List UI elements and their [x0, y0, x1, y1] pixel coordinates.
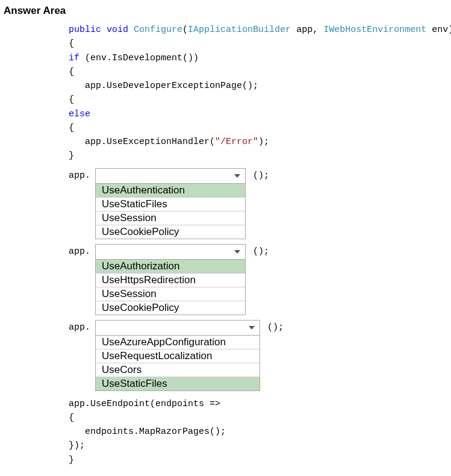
arg-app: app,	[291, 25, 318, 35]
row2-suffix: ();	[246, 244, 269, 257]
if-cond: (env.IsDevelopment())	[79, 53, 199, 63]
middleware-row-1: app. UseAuthentication UseStaticFiles Us…	[69, 168, 447, 239]
brace-open-5: {	[69, 413, 74, 423]
dropdown-1-option-usecookiepolicy[interactable]: UseCookiePolicy	[96, 225, 245, 239]
middleware-row-2: app. UseAuthorization UseHttpsRedirectio…	[69, 244, 447, 315]
dropdown-group-1: UseAuthentication UseStaticFiles UseSess…	[95, 168, 246, 239]
use-exc-handler-b: );	[258, 137, 269, 147]
dropdown-3-option-usestaticfiles[interactable]: UseStaticFiles	[96, 377, 260, 390]
answer-area-heading: Answer Area	[4, 5, 447, 17]
dropdown-1-option-useauthentication[interactable]: UseAuthentication	[96, 184, 245, 197]
middleware-row-3: app. UseAzureAppConfiguration UseRequest…	[69, 320, 447, 391]
row1-suffix: ();	[246, 168, 269, 181]
dropdown-3-select[interactable]	[95, 320, 260, 336]
dropdown-3-option-userequestlocalization[interactable]: UseRequestLocalization	[96, 349, 260, 363]
brace-open-2: {	[69, 67, 74, 77]
row3-prefix: app.	[69, 320, 90, 333]
dropdown-2-options: UseAuthorization UseHttpsRedirection Use…	[95, 260, 246, 315]
use-endpoint-line: app.UseEndpoint(endpoints =>	[69, 399, 220, 409]
endpoint-close: });	[69, 440, 85, 451]
brace-open-4: {	[69, 123, 74, 133]
row2-prefix: app.	[69, 244, 90, 257]
paren-open: (	[182, 25, 188, 35]
kw-if: if	[69, 53, 79, 63]
map-razor-pages: endpoints.MapRazorPages();	[69, 427, 226, 437]
row1-prefix: app.	[69, 168, 90, 181]
brace-open-1: {	[69, 39, 74, 49]
dropdown-1-option-usestaticfiles[interactable]: UseStaticFiles	[96, 197, 245, 211]
row3-suffix: ();	[260, 320, 284, 333]
error-path-string: "/Error"	[215, 137, 258, 147]
code-block-bottom: app.UseEndpoint(endpoints => { endpoints…	[69, 397, 447, 467]
brace-open-3: {	[69, 95, 74, 105]
dropdown-3-options: UseAzureAppConfiguration UseRequestLocal…	[95, 336, 260, 391]
dropdown-2-option-usesession[interactable]: UseSession	[96, 287, 245, 301]
code-block-top: public void Configure(IApplicationBuilde…	[69, 23, 447, 163]
method-configure: Configure	[134, 25, 182, 35]
kw-public: public	[69, 25, 101, 35]
brace-close-final: }	[69, 455, 74, 465]
dropdown-3-option-usecors[interactable]: UseCors	[96, 363, 260, 377]
dropdown-1-options: UseAuthentication UseStaticFiles UseSess…	[95, 184, 246, 239]
dropdown-1-select[interactable]	[95, 168, 246, 184]
dropdown-group-2: UseAuthorization UseHttpsRedirection Use…	[95, 244, 246, 315]
kw-void: void	[107, 25, 128, 35]
dropdown-1-option-usesession[interactable]: UseSession	[96, 211, 245, 225]
kw-else: else	[69, 109, 90, 119]
arg-env: env)	[426, 25, 451, 35]
use-exc-handler-a: app.UseExceptionHandler(	[69, 137, 215, 147]
type-iwebhostenv: IWebHostEnvironment	[318, 25, 426, 35]
use-dev-exception: app.UseDeveloperExceptionPage();	[69, 81, 258, 91]
dropdown-3-option-useazureappconfiguration[interactable]: UseAzureAppConfiguration	[96, 336, 260, 349]
type-iappbuilder: IApplicationBuilder	[188, 25, 291, 35]
dropdown-2-select[interactable]	[95, 244, 246, 260]
dropdown-2-option-usehttpsredirection[interactable]: UseHttpsRedirection	[96, 273, 245, 287]
dropdown-2-option-usecookiepolicy[interactable]: UseCookiePolicy	[96, 301, 245, 315]
dropdown-2-option-useauthorization[interactable]: UseAuthorization	[96, 260, 245, 273]
brace-close-1: }	[69, 151, 74, 161]
dropdown-group-3: UseAzureAppConfiguration UseRequestLocal…	[95, 320, 260, 391]
